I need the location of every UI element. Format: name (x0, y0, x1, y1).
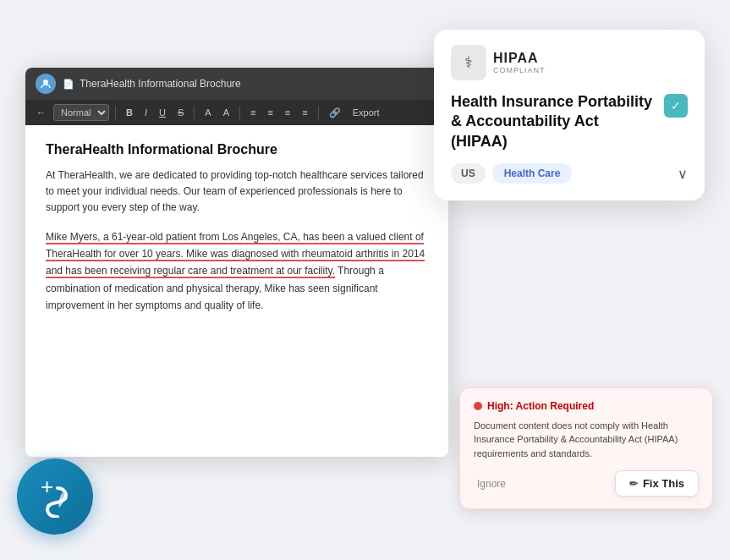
alert-severity: High: Action Required (487, 400, 594, 412)
doc-title: TheraHealth Informational Brochure (80, 78, 241, 90)
indent-button[interactable]: ≡ (298, 106, 311, 119)
font-color-button[interactable]: A (200, 106, 215, 119)
align-center-button[interactable]: ≡ (263, 106, 277, 119)
highlight-button[interactable]: A (219, 106, 233, 119)
bold-button[interactable]: B (122, 106, 137, 119)
link-button[interactable]: 🔗 (325, 106, 345, 120)
hipaa-tags: US Health Care ∨ (451, 163, 688, 184)
hipaa-check-icon: ✓ (664, 94, 688, 118)
app-logo: + (17, 458, 93, 535)
separator-2 (194, 106, 195, 119)
fix-icon: ✏ (629, 478, 638, 490)
doc-icon: 📄 (63, 79, 74, 90)
document-window: 📄 TheraHealth Informational Brochure ← N… (25, 68, 448, 457)
hipaa-logo: ⚕ (451, 45, 486, 80)
fix-label: Fix This (643, 477, 684, 490)
alert-body: Document content does not comply with He… (474, 419, 699, 461)
hipaa-badge-text: HIPAA COMPLIANT (493, 51, 546, 74)
chevron-down-icon[interactable]: ∨ (678, 166, 688, 182)
ignore-button[interactable]: Ignore (474, 475, 509, 493)
doc-content: TheraHealth Informational Brochure At Th… (25, 125, 448, 332)
logo-inner: + (17, 458, 93, 535)
check-mark: ✓ (671, 99, 681, 113)
tag-us: US (451, 163, 486, 184)
list-button[interactable]: ≡ (281, 106, 294, 119)
hipaa-sublabel: COMPLIANT (493, 66, 546, 74)
hipaa-title: Health Insurance Portability & Accountab… (451, 92, 656, 151)
alert-dot-icon (474, 402, 482, 410)
hipaa-card: ⚕ HIPAA COMPLIANT Health Insurance Porta… (434, 30, 705, 200)
doc-toolbar: 📄 TheraHealth Informational Brochure (25, 68, 448, 100)
align-left-button[interactable]: ≡ (246, 106, 260, 119)
underline-button[interactable]: U (155, 106, 170, 119)
tag-healthcare: Health Care (492, 163, 573, 184)
format-select[interactable]: Normal (53, 104, 109, 121)
hipaa-label: HIPAA (493, 51, 546, 66)
doc-title-bar: 📄 TheraHealth Informational Brochure (63, 78, 241, 90)
hipaa-title-row: Health Insurance Portability & Accountab… (451, 92, 688, 151)
export-button[interactable]: Export (349, 106, 384, 119)
alert-actions: Ignore ✏ Fix This (474, 470, 699, 497)
doc-para-1: At TheraHealth, we are dedicated to prov… (46, 167, 428, 217)
format-toolbar: ← Normal B I U S A A ≡ ≡ ≡ ≡ 🔗 Export (25, 100, 448, 125)
hipaa-badge: ⚕ HIPAA COMPLIANT (451, 45, 688, 80)
app-icon (36, 74, 56, 94)
fix-button[interactable]: ✏ Fix This (615, 470, 699, 497)
back-button[interactable]: ← (32, 106, 50, 119)
doc-heading: TheraHealth Informational Brochure (46, 142, 428, 157)
strikethrough-button[interactable]: S (173, 106, 188, 119)
highlighted-section: Mike Myers, a 61-year-old patient from L… (46, 228, 428, 315)
svg-point-0 (43, 80, 48, 85)
logo-plus-icon: + (41, 474, 53, 500)
italic-button[interactable]: I (140, 106, 151, 119)
separator-4 (318, 106, 319, 119)
hipaa-symbol: ⚕ (464, 53, 473, 72)
separator-1 (115, 106, 116, 119)
alert-header: High: Action Required (474, 400, 699, 412)
separator-3 (239, 106, 240, 119)
alert-card: High: Action Required Document content d… (459, 387, 713, 510)
